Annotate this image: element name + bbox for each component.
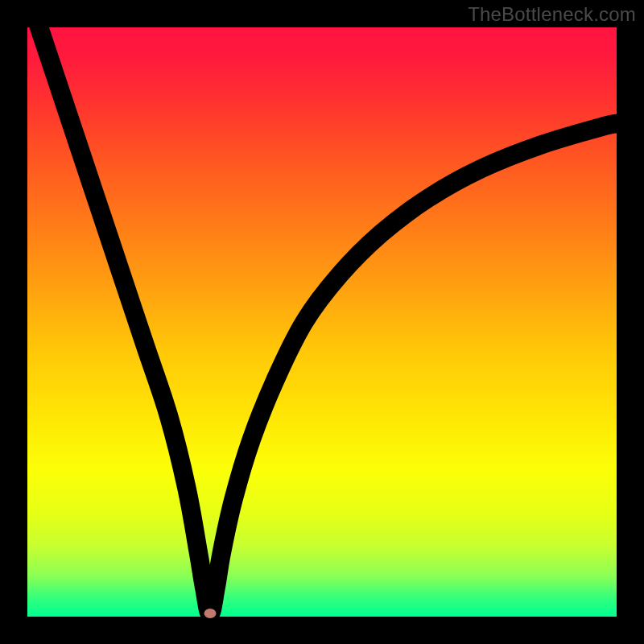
minimum-marker (204, 609, 216, 618)
bottleneck-curve (27, 27, 617, 617)
watermark-text: TheBottleneck.com (468, 3, 636, 26)
curve-path (27, 0, 617, 613)
chart-plot-area (27, 27, 617, 617)
